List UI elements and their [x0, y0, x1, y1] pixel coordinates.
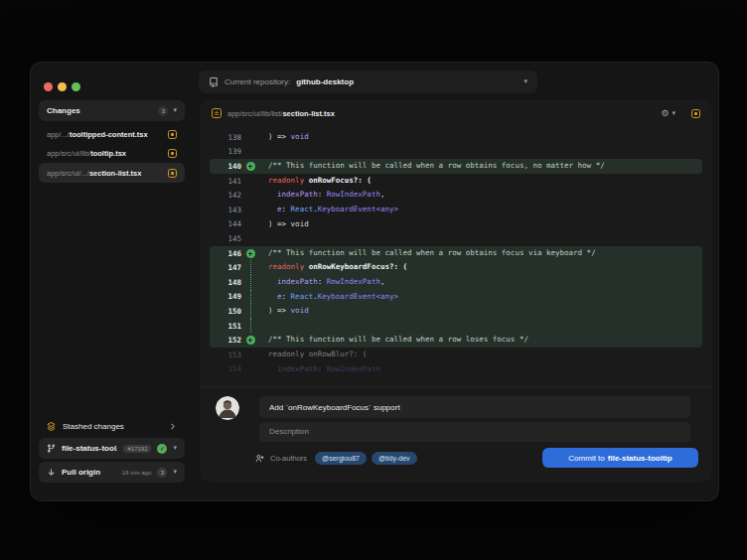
changed-file-path: app/.../tooltipped-content.tsx [47, 130, 164, 139]
code-text: ) => void [259, 130, 309, 145]
gear-icon: ⚙ [661, 109, 669, 118]
diff-gutter [241, 319, 259, 334]
commit-summary-input[interactable] [259, 396, 690, 418]
chevron-down-icon: ▾ [523, 78, 527, 85]
changed-file-path: app/src/ui/lib/tooltip.tsx [47, 149, 164, 158]
diff-line: 150 ) => void [210, 304, 702, 319]
diff-gutter [241, 130, 259, 145]
chevron-down-icon: ▾ [173, 445, 177, 452]
diff-file-header: ± app/src/ui/lib/list/section-list.tsx ⚙… [200, 100, 712, 126]
line-number: 141 [210, 177, 241, 186]
commit-description-input[interactable] [259, 422, 690, 442]
diff-line: 139 [210, 145, 702, 160]
ci-check-icon: ✓ [157, 444, 167, 454]
diff-gutter: + [241, 159, 259, 174]
diff-gutter [241, 174, 259, 189]
diff-gutter [241, 231, 259, 246]
added-line-plus-icon: + [246, 249, 255, 258]
line-number: 151 [210, 322, 241, 331]
window-controls [44, 82, 80, 91]
pull-origin-label: Pull origin [62, 468, 116, 477]
diff-line: 148 indexPath: RowIndexPath, [210, 275, 702, 290]
diff-panel: ± app/src/ui/lib/list/section-list.tsx ⚙… [200, 100, 712, 483]
code-text: readonly onRowBlur?: ( [259, 348, 367, 362]
changes-label: Changes [47, 106, 153, 115]
pull-count-badge: 3 [157, 468, 167, 478]
zoom-window-button[interactable] [72, 82, 80, 91]
pr-number-badge: #17192 [123, 445, 151, 453]
diff-line: 146 + /** This function will be called w… [210, 246, 702, 261]
branch-name: file-status-tool... [62, 444, 117, 453]
line-number: 148 [210, 278, 241, 287]
modified-status-icon [168, 130, 177, 139]
diff-file-path: app/src/ui/lib/list/section-list.tsx [227, 109, 655, 118]
diff-gutter [241, 203, 259, 217]
line-number: 145 [210, 234, 241, 243]
added-block-connector [250, 319, 251, 334]
close-window-button[interactable] [44, 82, 53, 91]
line-number: 152 [210, 336, 241, 345]
minimize-window-button[interactable] [58, 82, 67, 91]
changed-file-row[interactable]: app/src/ui/.../section-list.tsx [39, 163, 185, 183]
diff-line: 138 ) => void [210, 130, 702, 145]
commit-button[interactable]: Commit to file-status-tooltip [542, 448, 698, 468]
changes-header[interactable]: Changes 3 ▾ [39, 100, 185, 121]
diff-gutter [241, 362, 259, 377]
diff-line: 149 e: React.KeyboardEvent<any> [210, 290, 702, 305]
line-number: 143 [210, 206, 241, 214]
line-number: 149 [210, 292, 241, 301]
line-number: 139 [210, 147, 241, 156]
diff-gutter [241, 304, 259, 319]
stash-icon [47, 422, 56, 431]
code-text: ) => void [259, 217, 309, 232]
coauthor-pill[interactable]: @tidy-dev [372, 452, 417, 465]
current-repository-dropdown[interactable]: Current repository: github-desktop ▾ [199, 70, 537, 93]
last-fetched-time: 16 min ago [122, 470, 152, 476]
repository-icon [209, 77, 219, 87]
added-block-connector [250, 290, 251, 305]
diff-gutter: + [241, 246, 259, 261]
code-text: /** This function will be called when a … [259, 333, 528, 348]
changes-count-badge: 3 [158, 106, 168, 116]
chevron-down-icon: ▾ [173, 469, 177, 476]
repo-bar-label: Current repository: [224, 77, 290, 86]
line-number: 144 [210, 219, 241, 228]
diff-line: 140 + /** This function will be called w… [210, 159, 702, 174]
code-text: /** This function will be called when a … [259, 246, 596, 261]
added-block-connector [250, 275, 251, 290]
changed-file-row[interactable]: app/src/ui/lib/tooltip.tsx [39, 144, 185, 164]
diff-gutter [241, 145, 259, 160]
diff-lines: 138 ) => void 139 140 + /** This functio… [200, 130, 712, 376]
line-number: 140 [210, 162, 241, 171]
person-add-icon[interactable] [255, 454, 264, 463]
line-number: 147 [210, 263, 241, 272]
diff-gutter [241, 188, 259, 203]
code-text: e: React.KeyboardEvent<any> [259, 290, 398, 305]
stashed-changes-row[interactable]: Stashed changes [39, 417, 185, 435]
app-window: Current repository: github-desktop ▾ Cha… [30, 62, 719, 501]
line-number: 150 [210, 307, 241, 316]
diff-gutter [241, 275, 259, 290]
diff-gutter [241, 260, 259, 275]
modified-status-icon[interactable] [691, 109, 700, 118]
coauthor-pills: @sergiou87@tidy-dev [315, 452, 416, 465]
line-number: 146 [210, 249, 241, 258]
diff-line: 144 ) => void [210, 217, 702, 232]
commit-footer: Co-authors @sergiou87@tidy-dev Commit to… [255, 447, 698, 469]
changed-file-path: app/src/ui/.../section-list.tsx [47, 169, 164, 178]
code-text: /** This function will be called when a … [259, 159, 605, 174]
diff-options-button[interactable]: ⚙ ▾ [661, 109, 675, 118]
line-number: 154 [210, 364, 241, 373]
current-branch-button[interactable]: file-status-tool... #17192 ✓ ▾ [39, 438, 185, 459]
code-text: indexPath: RowIndexPath, [259, 188, 384, 203]
coauthor-pill[interactable]: @sergiou87 [315, 452, 367, 465]
code-text: readonly onRowKeyboardFocus?: ( [259, 260, 407, 275]
pull-origin-button[interactable]: Pull origin 16 min ago 3 ▾ [39, 462, 185, 483]
changed-file-row[interactable]: app/.../tooltipped-content.tsx [39, 124, 185, 144]
line-number: 138 [210, 133, 241, 142]
diff-line: 151 [210, 319, 702, 334]
added-line-plus-icon: + [246, 336, 255, 345]
modified-status-icon [168, 169, 177, 178]
coauthors-label: Co-authors [270, 454, 307, 463]
line-number: 142 [210, 191, 241, 200]
